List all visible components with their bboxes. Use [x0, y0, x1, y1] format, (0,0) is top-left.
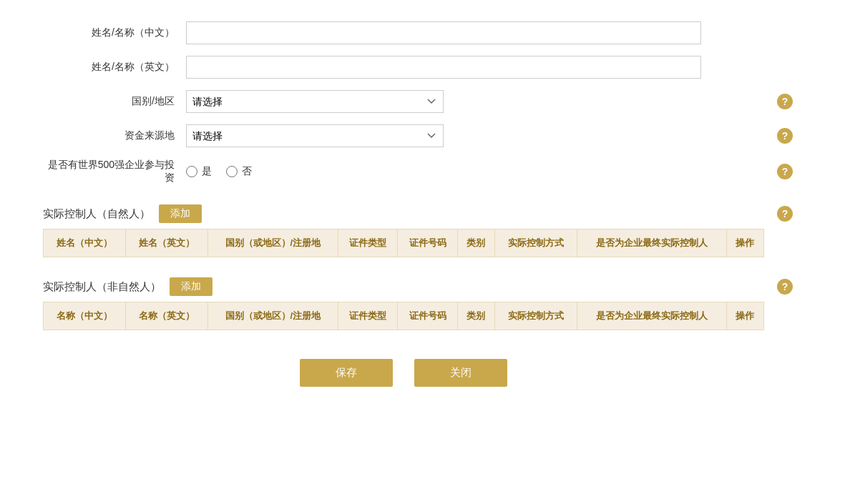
name-cn-row: 姓名/名称（中文）: [43, 21, 764, 44]
country-row: 国别/地区 请选择 ?: [43, 90, 764, 113]
non-natural-person-help-icon[interactable]: ?: [777, 279, 793, 295]
non-natural-person-col-cert-type: 证件类型: [338, 302, 397, 330]
country-label: 国别/地区: [43, 95, 186, 108]
country-help-icon[interactable]: ?: [777, 94, 793, 109]
fortune500-yes-label: 是: [202, 165, 212, 178]
fortune500-no-label: 否: [242, 165, 252, 178]
natural-person-title: 实际控制人（自然人）: [43, 207, 150, 221]
natural-person-header: 实际控制人（自然人） 添加 ?: [43, 199, 764, 229]
fortune500-no-radio[interactable]: [226, 166, 238, 177]
natural-person-col-action: 操作: [726, 229, 763, 257]
natural-person-help-icon[interactable]: ?: [777, 206, 793, 222]
natural-person-col-country: 国别（或地区）/注册地: [207, 229, 338, 257]
natural-person-col-cert-no: 证件号码: [398, 229, 457, 257]
funds-row: 资金来源地 请选择 ?: [43, 124, 764, 147]
fortune500-label: 是否有世界500强企业参与投资: [43, 159, 186, 184]
natural-person-add-button[interactable]: 添加: [159, 204, 202, 223]
non-natural-person-table: 名称（中文） 名称（英文） 国别（或地区）/注册地 证件类型 证件号码 类别 实…: [43, 302, 764, 330]
funds-help-icon[interactable]: ?: [777, 128, 793, 144]
name-en-row: 姓名/名称（英文）: [43, 56, 764, 79]
non-natural-person-header: 实际控制人（非自然人） 添加 ?: [43, 272, 764, 302]
funds-select[interactable]: 请选择: [186, 124, 444, 147]
natural-person-col-control-method: 实际控制方式: [494, 229, 577, 257]
non-natural-person-col-name-en: 名称（英文）: [125, 302, 207, 330]
non-natural-person-col-action: 操作: [726, 302, 763, 330]
non-natural-person-add-button[interactable]: 添加: [170, 277, 212, 296]
non-natural-person-table-header-row: 名称（中文） 名称（英文） 国别（或地区）/注册地 证件类型 证件号码 类别 实…: [44, 302, 764, 330]
name-en-label: 姓名/名称（英文）: [43, 61, 186, 74]
non-natural-person-col-cert-no: 证件号码: [398, 302, 457, 330]
fortune500-radio-group: 是 否: [186, 165, 252, 178]
natural-person-table: 姓名（中文） 姓名（英文） 国别（或地区）/注册地 证件类型 证件号码 类别 实…: [43, 229, 764, 257]
natural-person-col-cert-type: 证件类型: [338, 229, 397, 257]
non-natural-person-col-country: 国别（或地区）/注册地: [207, 302, 338, 330]
non-natural-person-col-is-ultimate: 是否为企业最终实际控制人: [577, 302, 726, 330]
name-cn-input[interactable]: [186, 21, 701, 44]
natural-person-section: 实际控制人（自然人） 添加 ? 姓名（中文） 姓名（英文） 国别（或地区）/注册…: [43, 199, 764, 257]
name-cn-label: 姓名/名称（中文）: [43, 26, 186, 39]
natural-person-col-name-en: 姓名（英文）: [125, 229, 207, 257]
bottom-buttons: 保存 关闭: [43, 359, 764, 408]
natural-person-col-is-ultimate: 是否为企业最终实际控制人: [577, 229, 726, 257]
natural-person-col-category: 类别: [457, 229, 494, 257]
non-natural-person-title: 实际控制人（非自然人）: [43, 280, 161, 294]
fortune500-yes-option[interactable]: 是: [186, 165, 212, 178]
non-natural-person-col-category: 类别: [457, 302, 494, 330]
fortune500-help-icon[interactable]: ?: [777, 164, 793, 179]
non-natural-person-section: 实际控制人（非自然人） 添加 ? 名称（中文） 名称（英文） 国别（或地区）/注…: [43, 272, 764, 330]
name-en-input[interactable]: [186, 56, 701, 79]
non-natural-person-col-name-cn: 名称（中文）: [44, 302, 126, 330]
natural-person-col-name-cn: 姓名（中文）: [44, 229, 126, 257]
country-select[interactable]: 请选择: [186, 90, 444, 113]
fortune500-row: 是否有世界500强企业参与投资 是 否 ?: [43, 159, 764, 184]
fortune500-yes-radio[interactable]: [186, 166, 197, 177]
close-button[interactable]: 关闭: [414, 359, 507, 387]
fortune500-no-option[interactable]: 否: [226, 165, 252, 178]
non-natural-person-col-control-method: 实际控制方式: [494, 302, 577, 330]
natural-person-table-header-row: 姓名（中文） 姓名（英文） 国别（或地区）/注册地 证件类型 证件号码 类别 实…: [44, 229, 764, 257]
save-button[interactable]: 保存: [300, 359, 393, 387]
funds-label: 资金来源地: [43, 129, 186, 142]
